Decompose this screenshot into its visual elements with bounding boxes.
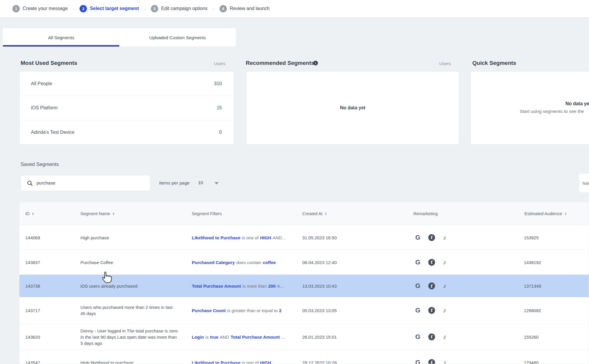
sort-icon[interactable]: ▲▼ — [32, 212, 34, 215]
sort-icon[interactable]: ▲▼ — [564, 212, 567, 215]
cell-estimated-audience: 1371349 — [524, 284, 574, 289]
google-icon[interactable]: G — [415, 258, 420, 266]
segment-name: Adinda's Test Device — [31, 130, 75, 135]
google-icon[interactable]: G — [415, 282, 420, 290]
table-row[interactable]: 143547 High likelihood to purchase Likel… — [19, 350, 589, 364]
tiktok-icon[interactable]: ♪ — [443, 359, 446, 364]
table-row-selected[interactable]: 143738 iOS users already purchased Total… — [19, 275, 589, 297]
column-header-segment-filters: Segment Filters — [192, 211, 222, 216]
sort-icon[interactable]: ▲▼ — [112, 212, 115, 215]
cell-id: 144068 — [25, 235, 64, 240]
segment-search-box[interactable] — [21, 175, 150, 191]
clipped-button-label: Not — [583, 181, 589, 186]
google-icon[interactable]: G — [415, 359, 420, 364]
table-row[interactable]: 144068 High purchase Likelihood to Purch… — [19, 225, 589, 250]
segment-row-adindas-test-device[interactable]: Adinda's Test Device 0 — [20, 120, 234, 145]
segment-selection-page: 1 Create your message – 2 Select target … — [0, 0, 589, 364]
filter-token: AND... — [273, 235, 286, 240]
sort-icon[interactable]: ▲▼ — [325, 212, 327, 215]
facebook-icon[interactable]: f — [428, 259, 435, 266]
filter-token: is greater than or equal to — [227, 308, 278, 313]
tiktok-icon[interactable]: ♪ — [443, 307, 446, 314]
table-row[interactable]: 143717 Users who purchased more than 2 t… — [19, 297, 589, 324]
step-separator: – — [212, 6, 215, 11]
step-number-badge: 1 — [12, 5, 20, 12]
table-header: ID ▲▼ Segment Name ▲▼ Segment Filters Cr… — [19, 202, 589, 225]
cell-segment-filters[interactable]: LoginistrueANDTotal Purchase Amount... — [192, 334, 298, 339]
filter-token: Total Purchase Amount — [231, 334, 280, 339]
most-used-segments-title: Most Used Segments — [21, 60, 77, 66]
cell-estimated-audience: 1438192 — [524, 260, 574, 265]
segment-users-count: 15 — [217, 105, 222, 111]
tiktok-icon[interactable]: ♪ — [443, 333, 446, 341]
filter-token: Purchased Category — [192, 260, 235, 265]
segment-name: All People — [31, 81, 52, 86]
google-icon[interactable]: G — [415, 333, 420, 341]
tiktok-icon[interactable]: ♪ — [443, 258, 446, 266]
google-icon[interactable]: G — [415, 234, 420, 241]
step-label: Select target segment — [90, 6, 139, 11]
filter-token: HIGH — [260, 235, 271, 240]
step-separator: – — [72, 6, 75, 11]
items-per-page-value[interactable]: 10 — [198, 180, 203, 185]
cell-created-at: 08.04.2023 12:40 — [302, 260, 367, 265]
filter-token: Likelihood to Purchase — [192, 360, 240, 364]
cell-segment-filters[interactable]: Total Purchase Amountis more than200A... — [192, 284, 298, 289]
facebook-icon[interactable]: f — [428, 283, 435, 289]
search-input[interactable] — [37, 180, 134, 186]
cell-segment-filters[interactable]: Purchased Categorydoes containcoffee — [192, 260, 298, 265]
cell-segment-name: iOS users already purchased — [80, 283, 178, 289]
column-header-estimated-audience[interactable]: Estimated Audience ▲▼ — [524, 211, 567, 216]
chevron-down-icon[interactable] — [215, 182, 219, 185]
column-header-created-at[interactable]: Created At ▲▼ — [302, 211, 327, 216]
step-edit-options[interactable]: 3 Edit campaign options — [151, 5, 207, 12]
tiktok-icon[interactable]: ♪ — [443, 282, 446, 290]
facebook-icon[interactable]: f — [428, 333, 435, 340]
segment-row-all-people[interactable]: All People 310 — [20, 72, 234, 96]
column-header-segment-name[interactable]: Segment Name ▲▼ — [80, 211, 115, 216]
segment-row-ios-platform[interactable]: iOS Platform 15 — [20, 96, 234, 121]
google-icon[interactable]: G — [415, 307, 420, 314]
cell-created-at: 13.03.2023 10:43 — [302, 284, 367, 289]
cell-segment-filters[interactable]: Purchase Countis greater than or equal t… — [192, 308, 298, 313]
tiktok-icon[interactable]: ♪ — [443, 234, 446, 241]
step-select-segment[interactable]: 2 Select target segment — [80, 5, 139, 12]
cell-segment-name: Donny - User logged in The total purchas… — [80, 327, 178, 346]
tab-uploaded-custom-segments[interactable]: Uploaded Custom Segments — [119, 28, 236, 47]
quick-segments-card: No data yet Start using segments to see … — [471, 71, 589, 144]
table-row[interactable]: 143620 Donny - User logged in The total … — [19, 324, 589, 350]
cell-segment-name: Users who purchased more than 2 times in… — [80, 304, 178, 317]
recommended-users-header: Users — [429, 61, 451, 66]
filter-token: AND — [220, 334, 229, 339]
filter-token: Total Purchase Amount — [192, 284, 241, 289]
tab-all-segments[interactable]: All Segments — [3, 28, 119, 47]
cell-id: 143837 — [25, 260, 64, 265]
facebook-icon[interactable]: f — [428, 307, 435, 314]
filter-token: true — [210, 334, 218, 339]
filter-token: Likelihood to Purchase — [192, 235, 240, 240]
table-row[interactable]: 143837 Purchase Coffee Purchased Categor… — [19, 250, 589, 275]
filter-token: Purchase Count — [192, 308, 226, 313]
segment-name: iOS Platform — [31, 105, 58, 111]
cell-segment-filters[interactable]: Likelihood to Purchaseis one ofHIGH — [192, 360, 298, 364]
step-create-message[interactable]: 1 Create your message — [12, 5, 68, 12]
step-review-launch[interactable]: 4 Review and launch — [220, 5, 270, 12]
cell-created-at: 29.12.2022 10:28 — [302, 360, 367, 364]
search-icon — [27, 180, 33, 186]
no-data-subtitle: Start using segments to see the — [520, 109, 584, 114]
step-number-badge: 3 — [151, 5, 158, 12]
facebook-icon[interactable]: f — [428, 234, 435, 241]
step-label: Create your message — [23, 6, 68, 11]
filter-token: coffee — [263, 260, 276, 265]
column-header-id[interactable]: ID ▲▼ — [25, 211, 34, 216]
saved-segments-table: ID ▲▼ Segment Name ▲▼ Segment Filters Cr… — [19, 202, 589, 364]
facebook-icon[interactable]: f — [428, 359, 435, 364]
quick-segments-title: Quick Segments — [472, 60, 516, 66]
clipped-right-button[interactable]: Not — [579, 173, 589, 193]
info-icon[interactable]: i — [313, 61, 318, 65]
cell-segment-filters[interactable]: Likelihood to Purchaseis one ofHIGHAND..… — [192, 235, 298, 240]
filter-token: Login — [192, 334, 204, 339]
recommended-segments-card: No data yet — [246, 71, 459, 144]
most-used-users-header: Users — [203, 61, 225, 66]
segments-tabbar: All Segments Uploaded Custom Segments — [3, 28, 236, 47]
